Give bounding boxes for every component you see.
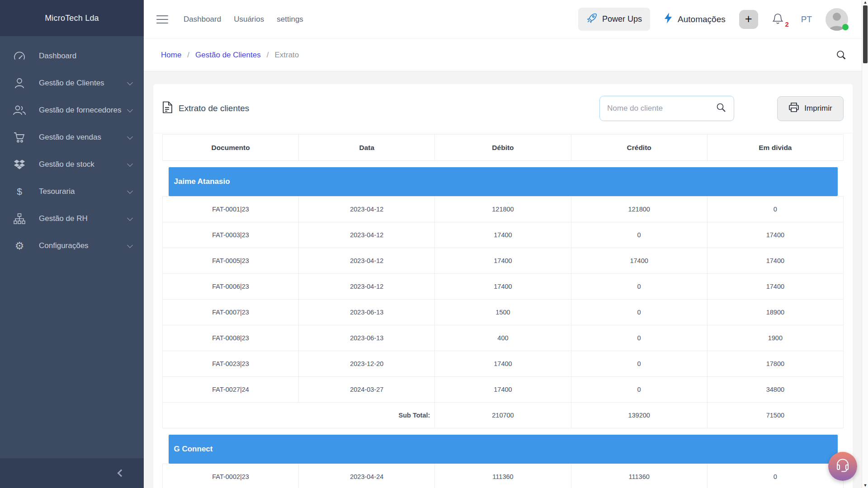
table-row: FAT-0003|232023-04-1217400017400 [163, 222, 844, 248]
table-row: FAT-0007|232023-06-131500018900 [163, 300, 844, 325]
topbar: Dashboard Usuários settings Power Ups [144, 0, 862, 39]
brand-title: MicroTech Lda [0, 0, 144, 36]
sidebar-nav: Dashboard Gestão de Clientes [0, 36, 144, 259]
sitemap-icon [0, 213, 39, 225]
sidebar-item-label: Gestão de stock [39, 160, 128, 169]
sidebar-item-label: Gestão de vendas [39, 133, 128, 142]
table-header: Documento Data Débito Crédito Em divida [163, 135, 844, 161]
sidebar: MicroTech Lda Dashboard Gestão de Client… [0, 0, 144, 488]
sidebar-item-configuracoes[interactable]: ⚙ Configurações [0, 232, 144, 259]
topbar-link-dashboard[interactable]: Dashboard [184, 15, 221, 24]
table-row: FAT-0005|232023-04-12174001740017400 [163, 248, 844, 274]
person-icon [0, 77, 39, 89]
breadcrumb: Home / Gestão de Clientes / Extrato [144, 39, 862, 71]
group-banner: G Connect [169, 435, 838, 464]
main-area: Dashboard Usuários settings Power Ups [144, 0, 862, 488]
content: Extrato de clientes [144, 71, 862, 488]
report-card: Extrato de clientes [153, 84, 853, 488]
dollar-icon: $ [0, 186, 39, 197]
sidebar-item-gestao-stock[interactable]: Gestão de stock [0, 151, 144, 178]
gauge-icon [0, 51, 39, 61]
chevron-down-icon [127, 134, 133, 140]
breadcrumb-home[interactable]: Home [161, 51, 181, 60]
lightning-bolt-icon [664, 12, 673, 26]
vertical-scrollbar: ▲ ▼ [862, 0, 868, 488]
language-selector[interactable]: PT [801, 14, 812, 24]
topbar-link-usuarios[interactable]: Usuários [234, 15, 264, 24]
user-avatar[interactable] [826, 8, 848, 31]
automations-label: Automações [678, 14, 726, 24]
sidebar-item-gestao-clientes[interactable]: Gestão de Clientes [0, 70, 144, 97]
chevron-down-icon [127, 188, 133, 194]
rocket-icon [586, 13, 597, 26]
notifications-button[interactable]: 2 [772, 12, 784, 27]
support-chat-button[interactable] [828, 452, 857, 481]
sidebar-item-gestao-rh[interactable]: Gestão de RH [0, 205, 144, 232]
chevron-down-icon [127, 215, 133, 221]
column-header-documento: Documento [163, 135, 299, 161]
stock-diamonds-icon [0, 159, 39, 170]
sidebar-item-label: Gestão de RH [39, 214, 128, 223]
sidebar-item-gestao-fornecedores[interactable]: Gestão de fornecedores [0, 97, 144, 124]
print-button[interactable]: Imprimir [777, 96, 844, 121]
breadcrumb-separator: / [267, 51, 269, 60]
table-row: FAT-0008|232023-06-1340001900 [163, 325, 844, 351]
hamburger-menu-icon[interactable] [156, 15, 168, 23]
table-row: FAT-0023|232023-12-2017400017800 [163, 351, 844, 377]
add-button[interactable]: + [739, 10, 758, 29]
sidebar-item-label: Configurações [39, 241, 128, 250]
notification-count-badge: 2 [785, 20, 788, 28]
search-icon[interactable] [835, 49, 847, 61]
column-header-em-divida: Em divida [707, 135, 843, 161]
client-search-input[interactable] [607, 104, 716, 113]
card-header: Extrato de clientes [153, 84, 853, 133]
topbar-links: Dashboard Usuários settings [184, 15, 303, 24]
automations-button[interactable]: Automações [664, 12, 726, 26]
topbar-link-settings[interactable]: settings [277, 15, 303, 24]
sidebar-item-gestao-vendas[interactable]: Gestão de vendas [0, 124, 144, 151]
breadcrumb-current: Extrato [274, 51, 299, 60]
online-status-dot [842, 24, 849, 30]
people-icon [0, 104, 39, 116]
sidebar-item-label: Gestão de Clientes [39, 79, 128, 88]
chevron-down-icon [127, 80, 133, 85]
sidebar-item-dashboard[interactable]: Dashboard [0, 42, 144, 70]
column-header-credito: Crédito [571, 135, 707, 161]
statement-table: Documento Data Débito Crédito Em divida … [162, 134, 844, 488]
printer-icon [788, 102, 799, 115]
chevron-down-icon [127, 107, 133, 113]
subtotal-label: Sub Total: [163, 403, 435, 428]
card-title: Extrato de clientes [162, 101, 249, 116]
column-header-data: Data [299, 135, 435, 161]
sidebar-item-tesouraria[interactable]: $ Tesouraria [0, 178, 144, 205]
chevron-left-icon [118, 469, 125, 477]
document-icon [162, 101, 173, 116]
table-body: Jaime AtanasioFAT-0001|232023-04-1212180… [163, 161, 844, 488]
chevron-down-icon [127, 161, 133, 167]
breadcrumb-separator: / [187, 51, 189, 60]
column-header-debito: Débito [435, 135, 571, 161]
print-button-label: Imprimir [804, 104, 832, 113]
headset-icon [834, 457, 851, 475]
table-row: FAT-0027|242024-03-2717400034800 [163, 377, 844, 403]
client-search-box [599, 96, 734, 121]
scrollbar-down-arrow[interactable]: ▼ [862, 483, 868, 488]
sidebar-item-label: Gestão de fornecedores [39, 106, 128, 115]
bell-icon [772, 19, 784, 26]
gear-icon: ⚙ [0, 241, 39, 251]
power-ups-button[interactable]: Power Ups [578, 8, 650, 31]
table-row: FAT-0001|232023-04-121218001218000 [163, 197, 844, 222]
subtotal-row: Sub Total:21070013920071500 [163, 403, 844, 428]
search-icon[interactable] [716, 102, 726, 115]
breadcrumb-gestao-clientes[interactable]: Gestão de Clientes [195, 51, 261, 60]
scrollbar-thumb[interactable] [863, 5, 868, 63]
group-banner: Jaime Atanasio [169, 167, 838, 196]
cart-icon [0, 131, 39, 143]
scrollbar-up-arrow[interactable]: ▲ [862, 0, 868, 5]
chevron-down-icon [127, 242, 133, 248]
sidebar-item-label: Tesouraria [39, 187, 128, 196]
table-row: FAT-0006|232023-04-1217400017400 [163, 274, 844, 300]
card-title-text: Extrato de clientes [179, 103, 249, 113]
power-ups-label: Power Ups [602, 14, 642, 24]
sidebar-collapse-button[interactable] [0, 458, 144, 488]
